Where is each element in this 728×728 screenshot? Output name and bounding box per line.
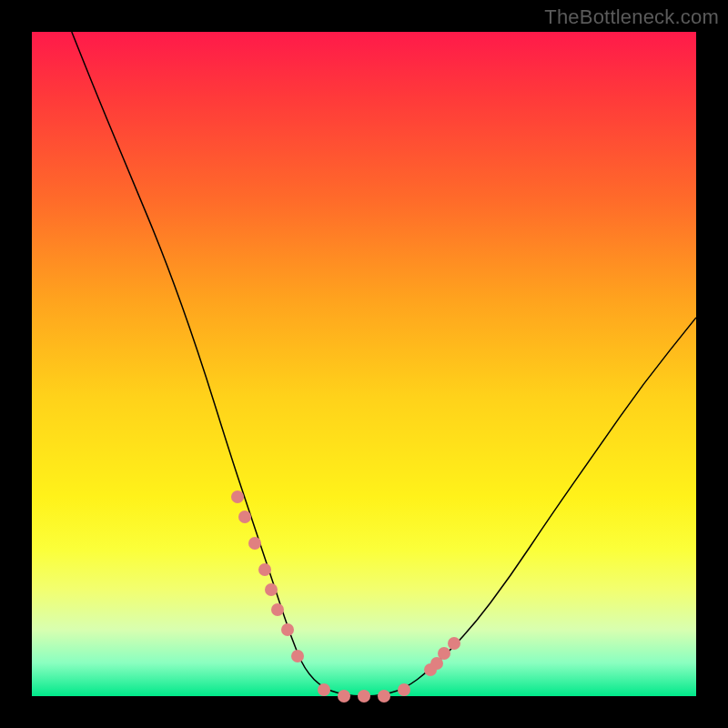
data-point [448, 637, 460, 650]
data-point [438, 647, 450, 660]
data-point [271, 603, 284, 616]
curve-layer [32, 32, 696, 696]
data-point [258, 563, 271, 576]
data-point [338, 690, 350, 703]
data-point [265, 583, 278, 596]
bottleneck-curve [72, 32, 696, 696]
data-point [281, 623, 294, 636]
data-point [238, 511, 251, 523]
data-point [398, 683, 410, 696]
data-point [378, 690, 390, 703]
data-point [291, 650, 304, 662]
data-point [231, 490, 244, 503]
data-point [248, 537, 261, 550]
watermark-text: TheBottleneck.com [544, 5, 719, 29]
data-point [318, 683, 330, 696]
data-point [358, 690, 370, 703]
chart-area [32, 32, 696, 696]
